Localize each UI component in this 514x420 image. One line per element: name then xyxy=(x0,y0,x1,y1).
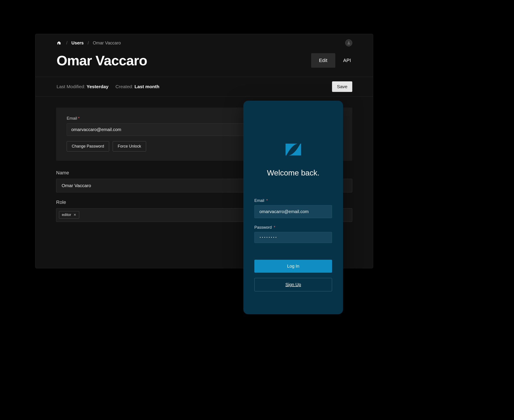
required-asterisk: * xyxy=(266,198,268,203)
required-asterisk: * xyxy=(78,116,80,120)
login-email-label-text: Email xyxy=(254,198,264,203)
app-logo-icon[interactable] xyxy=(57,40,61,45)
change-password-button[interactable]: Change Password xyxy=(67,141,109,151)
role-chip-label: editor xyxy=(62,213,71,217)
login-panel: Welcome back. Email * Password * Log In … xyxy=(243,101,343,314)
force-unlock-button[interactable]: Force Unlock xyxy=(113,141,146,151)
required-asterisk: * xyxy=(274,225,275,230)
close-icon[interactable]: ✕ xyxy=(74,213,76,217)
breadcrumb-sep: / xyxy=(88,40,89,45)
created-value: Last month xyxy=(134,84,159,89)
login-email-field[interactable] xyxy=(254,205,332,218)
admin-header: / Users / Omar Vaccaro xyxy=(35,34,373,46)
title-row: Omar Vaccaro Edit API xyxy=(35,46,373,77)
save-button[interactable]: Save xyxy=(332,81,352,92)
last-modified: Last Modified: Yesterday xyxy=(57,84,108,89)
last-modified-label: Last Modified: xyxy=(57,84,87,89)
welcome-heading: Welcome back. xyxy=(254,168,332,177)
created-label: Created: xyxy=(115,84,134,89)
tab-edit[interactable]: Edit xyxy=(311,53,335,68)
tabs: Edit API xyxy=(311,53,359,68)
login-email-label: Email * xyxy=(254,198,332,203)
signup-button[interactable]: Sign Up xyxy=(254,278,332,291)
breadcrumb-users[interactable]: Users xyxy=(71,40,84,45)
brand-logo-icon xyxy=(284,140,303,159)
login-password-label-text: Password xyxy=(254,225,272,230)
tab-api[interactable]: API xyxy=(335,53,359,68)
meta-bar: Last Modified: Yesterday Created: Last m… xyxy=(35,77,373,97)
last-modified-value: Yesterday xyxy=(87,84,108,89)
page-title: Omar Vaccaro xyxy=(57,52,147,68)
meta-left: Last Modified: Yesterday Created: Last m… xyxy=(57,84,159,89)
login-password-field[interactable] xyxy=(254,232,332,243)
created: Created: Last month xyxy=(115,84,160,89)
breadcrumb: / Users / Omar Vaccaro xyxy=(57,40,121,45)
login-button[interactable]: Log In xyxy=(254,260,332,273)
avatar[interactable] xyxy=(345,39,352,46)
breadcrumb-sep: / xyxy=(66,40,68,45)
svg-point-0 xyxy=(348,42,349,43)
breadcrumb-current: Omar Vaccaro xyxy=(93,40,121,45)
role-chip[interactable]: editor ✕ xyxy=(59,211,79,218)
login-password-label: Password * xyxy=(254,225,332,230)
email-label-text: Email xyxy=(67,116,77,120)
